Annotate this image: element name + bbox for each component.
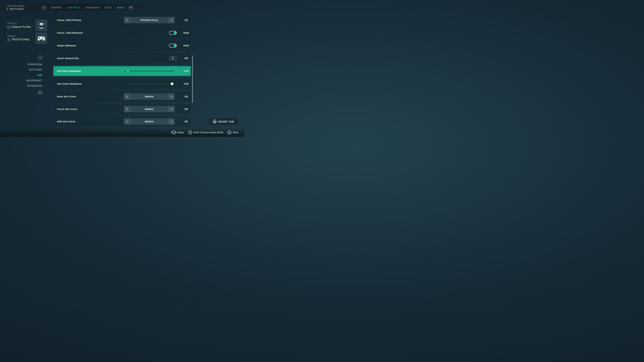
cycle-right-icon[interactable] <box>168 106 174 112</box>
breadcrumb: OPTIONS MENU SETTINGS <box>7 5 24 10</box>
breadcrumb-line2: SETTINGS <box>10 7 24 10</box>
l2-key[interactable]: L2 <box>38 56 42 59</box>
slider-track <box>124 83 174 84</box>
row-counter: 3/9 <box>178 95 194 98</box>
keyboard-icon <box>8 26 10 28</box>
cycle-left-icon[interactable] <box>124 118 131 125</box>
toggle-invert-vertical-aim[interactable] <box>169 56 177 60</box>
triangle-button-icon <box>213 120 216 123</box>
cycle-left-icon[interactable] <box>124 93 131 100</box>
row-counter: 3/9 <box>178 120 194 123</box>
slider-aim-outer-deadzone[interactable] <box>124 82 174 85</box>
row-label: Focus Aim Curve <box>57 108 121 110</box>
cycle-right-icon[interactable] <box>168 17 174 23</box>
preset-value: TRADITIONAL <box>12 38 30 41</box>
svg-point-6 <box>42 38 42 39</box>
tab-controls[interactable]: CONTROLS <box>67 5 81 10</box>
tab-audio[interactable]: AUDIO <box>116 5 124 10</box>
reset-tab-label: RESET TAB <box>218 120 234 123</box>
gamepad-icon <box>38 35 45 41</box>
row-value: 0.03 <box>178 70 194 72</box>
bumper-right-key[interactable]: R1 <box>129 6 133 9</box>
hint-back-label: Back <box>233 131 238 134</box>
hint-precision: ✕ Enter Precision Mode (Hold) <box>188 131 223 134</box>
preset-label: PRESET <box>8 35 30 37</box>
row-aim-outer-deadzone[interactable]: Aim Outer Deadzone 0.99 <box>53 79 191 89</box>
cycler-value: Prioritize Focus <box>131 19 168 21</box>
cycle-left-icon[interactable] <box>124 106 131 112</box>
row-label: Invert Vertical Aim <box>57 57 121 60</box>
sidebar: PROFILE Default Profile PRESET R3TRADITI… <box>5 20 47 45</box>
row-aim-inner-deadzone[interactable]: Aim Inner Deadzone 0.03 <box>53 66 191 76</box>
cycle-right-icon[interactable] <box>168 93 174 100</box>
settings-list: Focus / ADS Priority Prioritize Focus 1/… <box>53 15 191 124</box>
cycler-value: Medium <box>131 108 168 110</box>
circle-button-icon: ◯ <box>228 131 231 134</box>
row-sniper-behavior[interactable]: Sniper Behavior Hold <box>53 40 191 51</box>
tab-stats[interactable]: STATS <box>104 5 112 10</box>
row-invert-vertical-aim[interactable]: Invert Vertical Aim Off <box>53 53 191 63</box>
leftnav-aim[interactable]: AIM <box>0 72 42 78</box>
svg-rect-2 <box>38 38 40 39</box>
slider-track <box>124 71 174 71</box>
cycler-focus-aim-curve[interactable]: Medium <box>124 106 174 112</box>
row-focus-aim-curve[interactable]: Focus Aim Curve Medium 3/9 <box>53 104 191 114</box>
scroll-indicator[interactable] <box>192 56 193 103</box>
leftnav-buttons[interactable]: BUTTONS <box>0 67 42 72</box>
row-focus-ads-priority[interactable]: Focus / ADS Priority Prioritize Focus 1/… <box>53 15 191 25</box>
row-label: Sniper Behavior <box>57 44 121 47</box>
breadcrumb-line1: OPTIONS MENU <box>7 5 24 7</box>
slider-thumb-icon[interactable] <box>126 69 130 73</box>
toggle-sniper-behavior[interactable] <box>169 44 177 47</box>
top-nav: L1 GENERAL CONTROLS CROSSHAIR STATS AUDI… <box>42 5 133 10</box>
bumper-left-key[interactable]: L1 <box>42 6 46 9</box>
row-ads-aim-curve[interactable]: ADS Aim Curve Medium 3/9 <box>53 117 191 126</box>
row-focus-ads-behavior[interactable]: Focus / ADS Behavior Hold <box>53 28 191 38</box>
svg-point-4 <box>44 38 44 39</box>
cycle-left-icon[interactable] <box>124 17 131 23</box>
left-stick-lr-icon: L <box>172 131 176 134</box>
row-label: Focus / ADS Behavior <box>57 31 121 34</box>
toggle-focus-ads-behavior[interactable] <box>169 31 177 35</box>
cycler-value: Medium <box>131 120 168 123</box>
breadcrumb-marker-icon <box>7 8 8 10</box>
r3-icon: R3 <box>8 39 10 41</box>
row-value: Hold <box>178 31 194 34</box>
row-base-aim-curve[interactable]: Base Aim Curve Medium 3/9 <box>53 91 191 102</box>
profile-icon-box <box>36 20 47 31</box>
leftnav-advanced[interactable]: ADVANCED <box>0 83 42 88</box>
leftnav-movement[interactable]: MOVEMENT <box>0 78 42 83</box>
hint-precision-label: Enter Precision Mode (Hold) <box>194 131 223 134</box>
row-value: Hold <box>178 44 194 47</box>
reset-tab-button[interactable]: RESET TAB <box>209 118 238 125</box>
preset-card[interactable]: PRESET R3TRADITIONAL <box>5 32 47 44</box>
footer-bar: L Adjust ✕ Enter Precision Mode (Hold) ◯… <box>0 128 244 137</box>
r2-key[interactable]: R2 <box>38 91 42 94</box>
row-label: ADS Aim Curve <box>57 120 121 123</box>
row-label: Focus / ADS Priority <box>57 19 121 21</box>
tab-general[interactable]: GENERAL <box>51 5 62 10</box>
row-value: Off <box>178 57 194 60</box>
row-counter: 1/2 <box>178 19 194 21</box>
row-label: Aim Outer Deadzone <box>57 82 121 85</box>
cycler-value: Medium <box>131 95 168 98</box>
slider-aim-inner-deadzone[interactable] <box>124 69 174 72</box>
operator-icon <box>38 22 45 29</box>
cycler-base-aim-curve[interactable]: Medium <box>124 93 174 100</box>
leftnav-overview[interactable]: OVERVIEW <box>0 62 42 67</box>
cycler-ads-aim-curve[interactable]: Medium <box>124 118 174 125</box>
cycler-focus-ads-priority[interactable]: Prioritize Focus <box>124 17 174 23</box>
profile-card[interactable]: PROFILE Default Profile <box>5 20 47 31</box>
row-label: Aim Inner Deadzone <box>57 70 121 72</box>
hint-back: ◯ Back <box>228 131 238 134</box>
profile-value: Default Profile <box>12 25 31 28</box>
hint-adjust-label: Adjust <box>178 131 184 134</box>
row-counter: 3/9 <box>178 108 194 110</box>
slider-thumb-icon[interactable] <box>170 82 174 85</box>
hint-adjust: L Adjust <box>172 131 184 134</box>
svg-point-5 <box>43 39 44 39</box>
tab-crosshair[interactable]: CROSSHAIR <box>85 5 100 10</box>
cross-button-icon: ✕ <box>188 131 192 134</box>
row-value: 0.99 <box>178 82 194 85</box>
cycle-right-icon[interactable] <box>168 118 174 125</box>
